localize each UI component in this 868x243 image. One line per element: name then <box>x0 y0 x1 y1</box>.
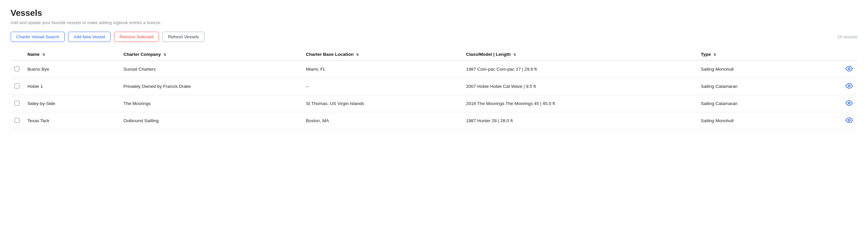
row-charter-company: The Moorings <box>120 95 302 112</box>
toolbar: Charter Vessel Search Add New Vessel Rem… <box>10 32 858 42</box>
header-charter-company-label: Charter Company <box>124 52 161 57</box>
row-charter-base-location: Miami, FL <box>302 60 462 78</box>
charter-company-sort-icon[interactable]: ⇅ <box>163 53 166 57</box>
view-vessel-icon[interactable] <box>845 65 853 72</box>
vessel-count: 16 vessels <box>837 34 858 39</box>
row-checkbox[interactable] <box>14 101 20 105</box>
view-vessel-icon[interactable] <box>845 82 853 89</box>
remove-selected-button[interactable]: Remove Selected <box>114 32 159 42</box>
header-charter-base-location-label: Charter Base Location <box>306 52 353 57</box>
page-subtitle: Add and update your favorite vessels to … <box>10 20 858 25</box>
header-charter-base-location[interactable]: Charter Base Location ⇅ <box>302 49 462 60</box>
svg-point-2 <box>848 102 850 104</box>
row-charter-base-location: St Thomas, US Virgin Islands <box>302 95 462 112</box>
class-model-length-sort-icon[interactable]: ⇅ <box>513 53 516 57</box>
row-class-model-length: 1987 Com-pac Com-pac 27 | 29.6 ft <box>462 60 697 78</box>
header-checkbox-cell <box>10 49 24 60</box>
svg-point-0 <box>848 68 850 70</box>
type-sort-icon[interactable]: ⇅ <box>713 53 716 57</box>
row-name: Texas Tack <box>24 112 120 129</box>
row-class-model-length: 2007 Hobie Hobie Cat Wave | 9.5 ft <box>462 78 697 95</box>
row-class-model-length: 1987 Hunter 28 | 28.0 ft <box>462 112 697 129</box>
svg-point-3 <box>848 119 850 121</box>
header-action <box>841 49 858 60</box>
table-row: Hobie 1Privately Owned by Francis Drake-… <box>10 78 858 95</box>
header-type-label: Type <box>701 52 711 57</box>
page-title: Vessels <box>10 8 858 18</box>
refresh-vessels-button[interactable]: Refresh Vessels <box>162 32 205 42</box>
row-checkbox[interactable] <box>14 118 20 123</box>
header-class-model-length-label: Class/Model | Length <box>466 52 510 57</box>
charter-vessel-search-button[interactable]: Charter Vessel Search <box>10 32 65 42</box>
header-name[interactable]: Name ⇅ <box>24 49 120 60</box>
row-action-cell <box>841 95 858 112</box>
row-charter-company: Sunset Charters <box>120 60 302 78</box>
row-action-cell <box>841 112 858 129</box>
row-class-model-length: 2018 The Moorings The Moorings 45 | 45.0… <box>462 95 697 112</box>
header-class-model-length[interactable]: Class/Model | Length ⇅ <box>462 49 697 60</box>
table-row: Texas TackOutbound SaillingBoston, MA198… <box>10 112 858 129</box>
row-action-cell <box>841 60 858 78</box>
row-checkbox-cell <box>10 112 24 129</box>
row-type: Sailing Catamaran <box>697 95 841 112</box>
table-header-row: Name ⇅ Charter Company ⇅ Charter Base Lo… <box>10 49 858 60</box>
row-type: Sailing Catamaran <box>697 78 841 95</box>
row-name: Bueno Bye <box>24 60 120 78</box>
row-charter-company: Outbound Sailling <box>120 112 302 129</box>
table-row: Bueno ByeSunset ChartersMiami, FL1987 Co… <box>10 60 858 78</box>
row-charter-base-location: Boston, MA <box>302 112 462 129</box>
row-charter-base-location: -- <box>302 78 462 95</box>
row-checkbox-cell <box>10 95 24 112</box>
header-charter-company[interactable]: Charter Company ⇅ <box>120 49 302 60</box>
row-name: Sidey-by-Side <box>24 95 120 112</box>
view-vessel-icon[interactable] <box>845 99 853 107</box>
row-action-cell <box>841 78 858 95</box>
svg-point-1 <box>848 85 850 87</box>
row-checkbox[interactable] <box>14 84 20 89</box>
header-type[interactable]: Type ⇅ <box>697 49 841 60</box>
row-type: Sailing Monohull <box>697 112 841 129</box>
row-name: Hobie 1 <box>24 78 120 95</box>
view-vessel-icon[interactable] <box>845 117 853 124</box>
vessels-table: Name ⇅ Charter Company ⇅ Charter Base Lo… <box>10 49 858 129</box>
name-sort-icon[interactable]: ⇅ <box>42 53 45 57</box>
row-charter-company: Privately Owned by Francis Drake <box>120 78 302 95</box>
row-checkbox[interactable] <box>14 66 20 71</box>
row-checkbox-cell <box>10 78 24 95</box>
add-new-vessel-button[interactable]: Add New Vessel <box>68 32 111 42</box>
table-row: Sidey-by-SideThe MooringsSt Thomas, US V… <box>10 95 858 112</box>
charter-base-location-sort-icon[interactable]: ⇅ <box>356 53 359 57</box>
header-name-label: Name <box>27 52 40 57</box>
row-checkbox-cell <box>10 60 24 78</box>
row-type: Sailing Monohull <box>697 60 841 78</box>
